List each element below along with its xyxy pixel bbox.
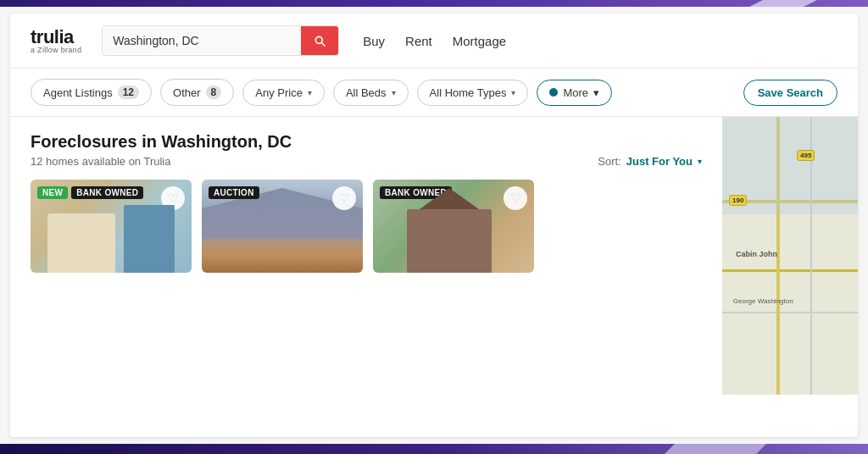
tag-row: NEW BANK OWNED (37, 186, 143, 199)
agent-listings-badge: 12 (118, 86, 139, 99)
price-chevron-icon: ▾ (308, 88, 312, 97)
nav-buy[interactable]: Buy (363, 34, 385, 48)
agent-listings-label: Agent Listings (43, 86, 113, 99)
home-types-filter[interactable]: All Home Types ▾ (417, 80, 529, 106)
filter-bar: Agent Listings 12 Other 8 Any Price ▾ Al… (10, 69, 858, 117)
property-card[interactable]: NEW BANK OWNED ♡ (31, 180, 192, 273)
favorite-button[interactable]: ♡ (161, 186, 185, 210)
subtitle-row: 12 homes available on Trulia Sort: Just … (31, 155, 702, 168)
property-card[interactable]: BANK OWNED ♡ (373, 180, 534, 273)
search-icon (313, 34, 326, 47)
homes-count: 12 homes available on Trulia (31, 155, 171, 168)
page-title: Foreclosures in Washington, DC (31, 132, 702, 152)
card-image-2: AUCTION ♡ (202, 180, 363, 273)
search-input[interactable] (103, 27, 301, 54)
logo: trulia a Zillow brand (31, 28, 81, 54)
content-area: Foreclosures in Washington, DC 12 homes … (10, 117, 858, 395)
other-badge: 8 (206, 86, 222, 99)
search-bar[interactable] (102, 25, 339, 56)
sort-area: Sort: Just For You ▾ (598, 155, 702, 168)
sort-label: Sort: (598, 155, 620, 168)
map-background: 190 495 Cabin John George Washington (722, 117, 858, 395)
price-label: Any Price (255, 86, 303, 99)
map-label-cabin-john: Cabin John (736, 250, 777, 258)
bottom-decorative-bar (0, 444, 868, 454)
tag-bank-owned: BANK OWNED (380, 186, 452, 199)
beds-label: All Beds (346, 86, 387, 99)
tag-row: AUCTION (209, 186, 259, 199)
search-button[interactable] (301, 26, 338, 55)
beds-filter[interactable]: All Beds ▾ (333, 80, 409, 106)
map-highway-190: 190 (729, 195, 747, 206)
map-road (722, 312, 858, 313)
nav-mortgage[interactable]: Mortgage (453, 34, 506, 48)
other-label: Other (173, 86, 201, 99)
listings-section: Foreclosures in Washington, DC 12 homes … (10, 117, 722, 395)
favorite-button[interactable]: ♡ (504, 186, 527, 210)
logo-sub: a Zillow brand (31, 47, 81, 54)
map-highway-495: 495 (797, 150, 815, 161)
beds-chevron-icon: ▾ (392, 88, 396, 97)
tag-row: BANK OWNED (380, 186, 452, 199)
map-road (722, 269, 858, 272)
tag-new: NEW (37, 186, 68, 199)
logo-brand: trulia (31, 28, 81, 47)
home-types-chevron-icon: ▾ (511, 88, 515, 97)
save-search-button[interactable]: Save Search (743, 80, 837, 106)
price-filter[interactable]: Any Price ▾ (242, 80, 325, 106)
map-label-george: George Washington (733, 297, 793, 305)
card-image-3: BANK OWNED ♡ (373, 180, 534, 273)
map-area[interactable]: 190 495 Cabin John George Washington (722, 117, 858, 395)
favorite-button[interactable]: ♡ (332, 186, 356, 210)
card-image-1: NEW BANK OWNED ♡ (31, 180, 192, 273)
more-dot-icon (549, 88, 558, 97)
more-label: More (563, 86, 588, 99)
other-filter[interactable]: Other 8 (160, 79, 234, 106)
home-types-label: All Home Types (430, 86, 507, 99)
nav-links: Buy Rent Mortgage (363, 34, 506, 48)
property-card[interactable]: AUCTION ♡ (202, 180, 363, 273)
more-chevron-icon: ▾ (593, 86, 599, 99)
property-cards-row: NEW BANK OWNED ♡ AUCTION ♡ (31, 180, 702, 273)
nav-rent[interactable]: Rent (405, 34, 432, 48)
main-container: trulia a Zillow brand Buy Rent Mortgage … (10, 14, 858, 437)
sort-chevron-icon[interactable]: ▾ (698, 157, 702, 166)
header: trulia a Zillow brand Buy Rent Mortgage (10, 14, 858, 69)
tag-auction: AUCTION (209, 186, 259, 199)
tag-bank-owned: BANK OWNED (71, 186, 143, 199)
agent-listings-filter[interactable]: Agent Listings 12 (31, 79, 152, 106)
sort-value[interactable]: Just For You (626, 155, 693, 168)
more-filter[interactable]: More ▾ (537, 80, 612, 106)
top-decorative-bar (0, 0, 868, 7)
